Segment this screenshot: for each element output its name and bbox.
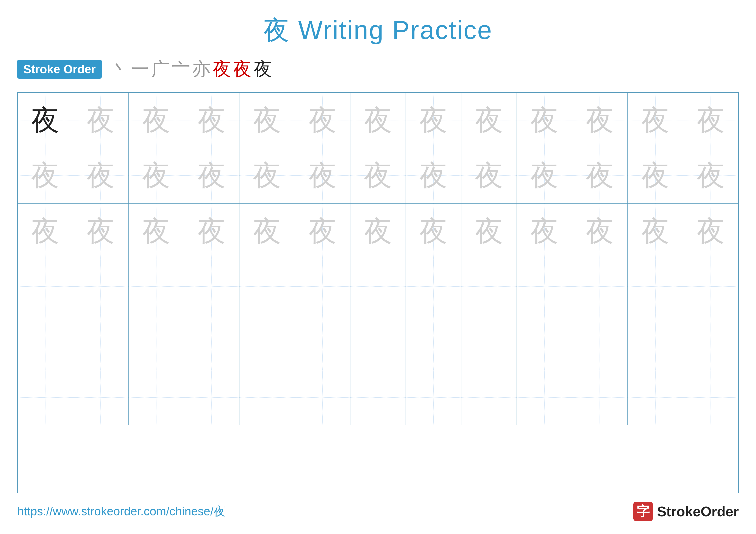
grid-cell[interactable] [461, 370, 517, 425]
grid-cell[interactable]: 夜 [73, 204, 128, 259]
cell-character: 夜 [364, 217, 392, 245]
grid-cell[interactable] [184, 259, 239, 314]
grid-cell[interactable]: 夜 [73, 148, 128, 203]
grid-cell[interactable] [406, 259, 461, 314]
grid-cell[interactable]: 夜 [350, 93, 406, 148]
grid-cell[interactable] [406, 314, 461, 369]
grid-cell[interactable] [239, 314, 295, 369]
grid-row-1: 夜 夜 夜 夜 夜 夜 夜 夜 夜 夜 夜 夜 夜 [18, 93, 738, 148]
cell-character: 夜 [31, 106, 59, 134]
grid-cell[interactable] [350, 259, 406, 314]
grid-cell[interactable]: 夜 [572, 204, 628, 259]
stroke-2: 一 [131, 57, 149, 81]
grid-cell[interactable] [18, 370, 73, 425]
stroke-7: 夜 [233, 57, 252, 81]
grid-cell[interactable] [350, 370, 406, 425]
grid-cell[interactable] [517, 370, 572, 425]
grid-cell[interactable] [406, 370, 461, 425]
grid-cell[interactable] [129, 259, 184, 314]
grid-cell[interactable] [461, 259, 517, 314]
grid-cell[interactable] [517, 259, 572, 314]
grid-cell[interactable] [683, 259, 738, 314]
cell-character: 夜 [586, 217, 614, 245]
grid-cell[interactable] [628, 314, 683, 369]
grid-cell[interactable] [683, 314, 738, 369]
grid-cell[interactable] [73, 259, 128, 314]
grid-cell[interactable]: 夜 [184, 204, 239, 259]
grid-cell[interactable]: 夜 [628, 148, 683, 203]
grid-cell[interactable] [73, 314, 128, 369]
stroke-order-row: Stroke Order 丶 一 广 亠 亦 夜 夜 夜 [17, 57, 739, 81]
cell-character: 夜 [641, 106, 669, 134]
grid-cell[interactable]: 夜 [683, 148, 738, 203]
grid-cell[interactable] [572, 314, 628, 369]
grid-cell[interactable] [129, 370, 184, 425]
grid-cell[interactable] [572, 259, 628, 314]
cell-character: 夜 [198, 106, 226, 134]
stroke-4: 亠 [172, 57, 190, 81]
stroke-1: 丶 [110, 57, 129, 81]
grid-cell[interactable]: 夜 [184, 93, 239, 148]
footer-url[interactable]: https://www.strokeorder.com/chinese/夜 [17, 503, 226, 519]
grid-cell[interactable]: 夜 [18, 93, 73, 148]
cell-character: 夜 [31, 162, 59, 190]
cell-character: 夜 [198, 217, 226, 245]
grid-cell[interactable] [295, 370, 350, 425]
grid-cell[interactable]: 夜 [406, 93, 461, 148]
cell-character: 夜 [364, 162, 392, 190]
grid-cell[interactable] [129, 314, 184, 369]
grid-cell[interactable] [295, 259, 350, 314]
grid-cell[interactable]: 夜 [517, 204, 572, 259]
grid-cell[interactable]: 夜 [517, 93, 572, 148]
grid-cell[interactable] [572, 370, 628, 425]
grid-cell[interactable]: 夜 [406, 204, 461, 259]
grid-cell[interactable] [295, 314, 350, 369]
grid-cell[interactable]: 夜 [461, 93, 517, 148]
grid-cell[interactable]: 夜 [683, 93, 738, 148]
logo-text: StrokeOrder [657, 503, 739, 520]
grid-cell[interactable] [683, 370, 738, 425]
cell-character: 夜 [586, 106, 614, 134]
grid-cell[interactable]: 夜 [295, 93, 350, 148]
grid-cell[interactable] [628, 370, 683, 425]
grid-cell[interactable]: 夜 [239, 204, 295, 259]
grid-cell[interactable] [628, 259, 683, 314]
grid-cell[interactable]: 夜 [628, 93, 683, 148]
grid-cell[interactable] [350, 314, 406, 369]
grid-cell[interactable]: 夜 [239, 93, 295, 148]
grid-cell[interactable] [73, 370, 128, 425]
grid-cell[interactable]: 夜 [129, 148, 184, 203]
grid-cell[interactable]: 夜 [517, 148, 572, 203]
grid-cell[interactable]: 夜 [350, 204, 406, 259]
grid-cell[interactable]: 夜 [572, 148, 628, 203]
grid-cell[interactable] [184, 314, 239, 369]
grid-cell[interactable] [239, 370, 295, 425]
grid-cell[interactable]: 夜 [18, 148, 73, 203]
grid-cell[interactable] [18, 259, 73, 314]
grid-cell[interactable]: 夜 [572, 93, 628, 148]
grid-cell[interactable]: 夜 [628, 204, 683, 259]
grid-cell[interactable]: 夜 [350, 148, 406, 203]
cell-character: 夜 [87, 162, 115, 190]
grid-cell[interactable]: 夜 [683, 204, 738, 259]
grid-cell[interactable] [517, 314, 572, 369]
cell-character: 夜 [364, 106, 392, 134]
grid-cell[interactable] [461, 314, 517, 369]
grid-cell[interactable] [184, 370, 239, 425]
cell-character: 夜 [419, 217, 447, 245]
grid-cell[interactable]: 夜 [406, 148, 461, 203]
grid-cell[interactable]: 夜 [461, 204, 517, 259]
grid-cell[interactable]: 夜 [461, 148, 517, 203]
grid-cell[interactable]: 夜 [239, 148, 295, 203]
grid-row-4 [18, 259, 738, 314]
grid-cell[interactable]: 夜 [295, 204, 350, 259]
grid-cell[interactable] [239, 259, 295, 314]
cell-character: 夜 [419, 162, 447, 190]
grid-cell[interactable]: 夜 [129, 93, 184, 148]
grid-cell[interactable]: 夜 [184, 148, 239, 203]
grid-cell[interactable]: 夜 [73, 93, 128, 148]
grid-cell[interactable] [18, 314, 73, 369]
grid-cell[interactable]: 夜 [295, 148, 350, 203]
grid-cell[interactable]: 夜 [18, 204, 73, 259]
grid-cell[interactable]: 夜 [129, 204, 184, 259]
